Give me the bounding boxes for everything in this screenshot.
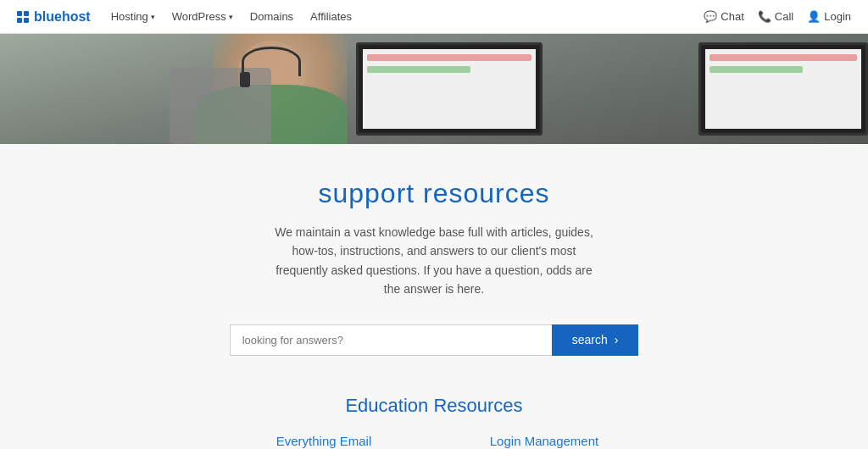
edu-link-login-management[interactable]: Login Management	[442, 434, 646, 448]
education-resources-section: Education Resources Everything Email Log…	[17, 386, 851, 449]
hero-chair	[170, 68, 271, 144]
nav-links: Hosting ▾ WordPress ▾ Domains Affiliates	[111, 10, 704, 23]
logo-grid-icon	[17, 11, 29, 23]
nav-wordpress[interactable]: WordPress ▾	[172, 10, 233, 23]
user-icon: 👤	[807, 10, 821, 23]
logo[interactable]: bluehost	[17, 9, 91, 25]
support-title: support resources	[17, 178, 851, 209]
login-button[interactable]: 👤 Login	[807, 10, 851, 23]
support-description: We maintain a vast knowledge base full w…	[273, 223, 595, 299]
nav-hosting[interactable]: Hosting ▾	[111, 10, 155, 23]
nav-actions: 💬 Chat 📞 Call 👤 Login	[704, 10, 851, 23]
logo-text: bluehost	[34, 9, 91, 25]
hero-image	[0, 34, 868, 144]
edu-grid: Everything Email Login Management Domain…	[222, 434, 646, 449]
search-arrow-icon: ›	[615, 333, 619, 346]
search-button[interactable]: search ›	[552, 324, 639, 356]
main-nav: bluehost Hosting ▾ WordPress ▾ Domains A…	[0, 0, 868, 34]
search-input[interactable]	[230, 324, 552, 356]
search-bar: search ›	[17, 324, 851, 356]
edu-link-everything-email[interactable]: Everything Email	[222, 434, 426, 448]
chat-icon: 💬	[704, 10, 717, 23]
chevron-down-icon: ▾	[229, 13, 233, 21]
call-button[interactable]: 📞 Call	[758, 10, 793, 23]
monitor-left	[356, 42, 542, 136]
hero-headset-arc	[242, 47, 301, 76]
main-content: support resources We maintain a vast kno…	[0, 144, 868, 449]
call-icon: 📞	[758, 10, 771, 23]
nav-domains[interactable]: Domains	[250, 10, 293, 23]
chat-button[interactable]: 💬 Chat	[704, 10, 743, 23]
monitor-right	[698, 42, 868, 136]
hero-headset-ear	[240, 72, 250, 87]
chevron-down-icon: ▾	[151, 13, 155, 21]
nav-affiliates[interactable]: Affiliates	[310, 10, 352, 23]
edu-title: Education Resources	[17, 395, 851, 417]
